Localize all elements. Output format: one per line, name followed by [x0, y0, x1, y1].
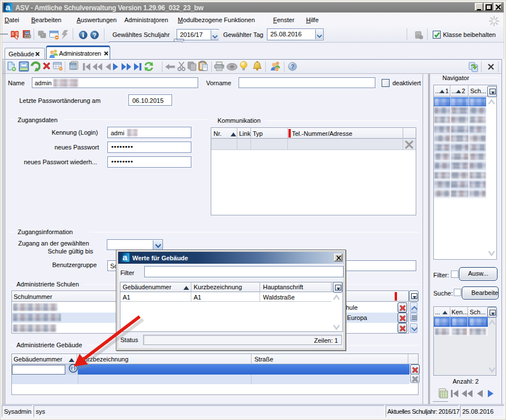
svg-text:?: ?	[93, 32, 97, 39]
svg-text:?: ?	[291, 63, 295, 70]
